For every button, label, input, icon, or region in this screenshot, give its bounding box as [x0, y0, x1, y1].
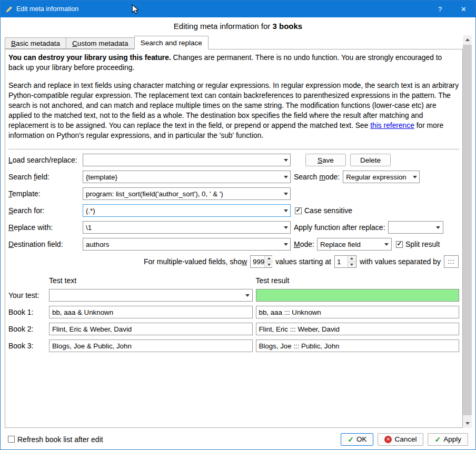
- show-values-spinner[interactable]: 999: [250, 255, 272, 268]
- tab-basic-metadata[interactable]: Basic metadata: [5, 37, 66, 49]
- mode-combobox[interactable]: Replace field: [317, 238, 392, 251]
- cancel-button-label: Cancel: [394, 435, 417, 443]
- warning-text: You can destroy your library using this …: [8, 53, 459, 73]
- chevron-down-icon: [281, 188, 290, 199]
- book-2-row: Book 2: Flint, Eric & Weber, David Flint…: [8, 323, 459, 335]
- cancel-circle-icon: ✕: [384, 436, 392, 443]
- cancel-button[interactable]: ✕ Cancel: [378, 433, 423, 446]
- load-search-replace-combobox[interactable]: [83, 154, 291, 166]
- chevron-down-icon: [410, 171, 419, 183]
- starting-at-spinner[interactable]: 1: [334, 255, 356, 268]
- refresh-book-list-checkbox[interactable]: Refresh book list after edit: [8, 435, 103, 444]
- template-label: Template:: [8, 189, 83, 198]
- close-button[interactable]: ✕: [452, 1, 475, 17]
- chevron-down-icon: [281, 154, 290, 166]
- chevron-down-icon: [281, 205, 290, 216]
- tab-custom-metadata[interactable]: Custom metadata: [66, 37, 135, 49]
- book-1-row: Book 1: bb, aaa & Unknown bb, aaa ::: Un…: [8, 306, 459, 318]
- spin-up-icon[interactable]: [265, 256, 273, 262]
- help-button[interactable]: ?: [428, 1, 452, 17]
- test-header-spacer: [8, 276, 46, 285]
- test-result-header: Test result: [256, 276, 460, 285]
- book-1-label: Book 1:: [8, 308, 46, 316]
- case-sensitive-checkbox[interactable]: ✓ Case sensitive: [295, 206, 352, 215]
- your-test-label: Your test:: [8, 291, 46, 299]
- values-separator-field[interactable]: :::: [444, 255, 459, 268]
- spinner-buttons: [348, 256, 356, 267]
- apply-button[interactable]: ✓ Apply: [428, 433, 468, 446]
- tab-search-and-replace[interactable]: Search and replace: [134, 36, 209, 49]
- search-for-combobox[interactable]: (.*): [83, 204, 291, 217]
- multiple-values-text-2: values starting at: [275, 257, 331, 266]
- book-3-text-field[interactable]: Blogs, Joe & Public, John: [49, 339, 253, 352]
- ok-button[interactable]: ✓ OK: [341, 433, 373, 446]
- book-2-result-field: Flint, Eric ::: Weber, David: [256, 323, 460, 335]
- spin-down-icon[interactable]: [348, 262, 356, 268]
- load-row: Load search/replace: Save Delete: [8, 154, 459, 166]
- combobox-value: \1: [86, 224, 281, 232]
- save-button[interactable]: Save: [305, 154, 346, 166]
- delete-button[interactable]: Delete: [350, 154, 391, 166]
- your-test-row: Your test:: [8, 289, 459, 302]
- refresh-book-list-label: Refresh book list after edit: [17, 435, 103, 444]
- mode-label: Mode:: [294, 240, 314, 248]
- book-3-row: Book 3: Blogs, Joe & Public, John Blogs,…: [8, 339, 459, 352]
- combobox-value: program: list_sort(field('author_sort'),…: [86, 190, 281, 198]
- check-icon: ✓: [295, 207, 301, 213]
- scroll-down-icon[interactable]: [463, 419, 472, 428]
- your-test-combobox[interactable]: [49, 289, 253, 302]
- chevron-down-icon: [382, 238, 391, 250]
- ok-button-label: OK: [356, 435, 367, 443]
- heading-book-count: 3 books: [272, 22, 302, 31]
- search-for-row: Search for: (.*) ✓ Case sensitive: [8, 204, 459, 217]
- checkbox-box: ✓: [295, 207, 302, 214]
- apply-function-combobox[interactable]: [388, 221, 443, 234]
- titlebar: Edit meta information ? ✕: [1, 1, 475, 17]
- check-icon: ✓: [434, 436, 441, 443]
- checkbox-box: [8, 436, 15, 443]
- test-headers: Test text Test result: [8, 276, 459, 285]
- check-icon: ✓: [348, 436, 354, 443]
- scroll-up-icon[interactable]: [463, 35, 472, 44]
- this-reference-link[interactable]: this reference: [370, 122, 414, 129]
- button-box: Refresh book list after edit ✓ OK ✕ Canc…: [1, 428, 475, 450]
- multiple-values-text-3: with values separated by: [360, 257, 441, 266]
- template-combobox[interactable]: program: list_sort(field('author_sort'),…: [83, 187, 291, 200]
- heading-prefix: Editing meta information for: [174, 22, 273, 31]
- chevron-down-icon: [281, 222, 290, 233]
- your-test-result-field: [256, 289, 460, 302]
- spin-down-icon[interactable]: [265, 262, 273, 268]
- search-mode-combobox[interactable]: Regular expression: [343, 171, 420, 183]
- checkbox-box: ✓: [396, 241, 403, 248]
- book-1-text-field[interactable]: bb, aaa & Unknown: [49, 306, 253, 318]
- spinner-value: 1: [335, 256, 348, 267]
- chevron-down-icon: [281, 238, 290, 250]
- chevron-down-icon: [281, 171, 290, 183]
- book-2-label: Book 2:: [8, 325, 46, 333]
- book-2-text-field[interactable]: Flint, Eric & Weber, David: [49, 323, 253, 335]
- split-result-checkbox[interactable]: ✓ Split result: [396, 240, 440, 248]
- combobox-value: (.*): [86, 207, 281, 215]
- replace-with-combobox[interactable]: \1: [83, 221, 291, 234]
- scrollbar-thumb[interactable]: [463, 45, 472, 415]
- split-result-label: Split result: [405, 240, 440, 248]
- edit-meta-information-dialog: Edit meta information ? ✕ Editing meta i…: [0, 0, 476, 450]
- chevron-down-icon: [243, 289, 252, 301]
- edit-metadata-icon: [5, 5, 13, 13]
- vertical-scrollbar[interactable]: [463, 35, 472, 428]
- tab-bar: Basic metadata Custom metadata Search an…: [5, 35, 475, 49]
- book-1-result-field: bb, aaa ::: Unknown: [256, 306, 460, 318]
- dialog-heading: Editing meta information for 3 books: [1, 17, 475, 35]
- chevron-down-icon: [434, 222, 443, 233]
- spin-up-icon[interactable]: [348, 256, 356, 262]
- combobox-value: authors: [86, 241, 281, 248]
- test-text-header: Test text: [49, 276, 253, 285]
- multiple-values-text-1: For multiple-valued fields, show: [144, 257, 247, 266]
- check-icon: ✓: [396, 241, 402, 247]
- search-field-combobox[interactable]: {template}: [83, 171, 291, 183]
- destination-field-combobox[interactable]: authors: [83, 238, 291, 251]
- search-replace-panel: You can destroy your library using this …: [5, 49, 463, 428]
- spinner-buttons: [264, 256, 273, 267]
- book-3-label: Book 3:: [8, 342, 46, 350]
- search-field-label: Search field:: [8, 173, 83, 181]
